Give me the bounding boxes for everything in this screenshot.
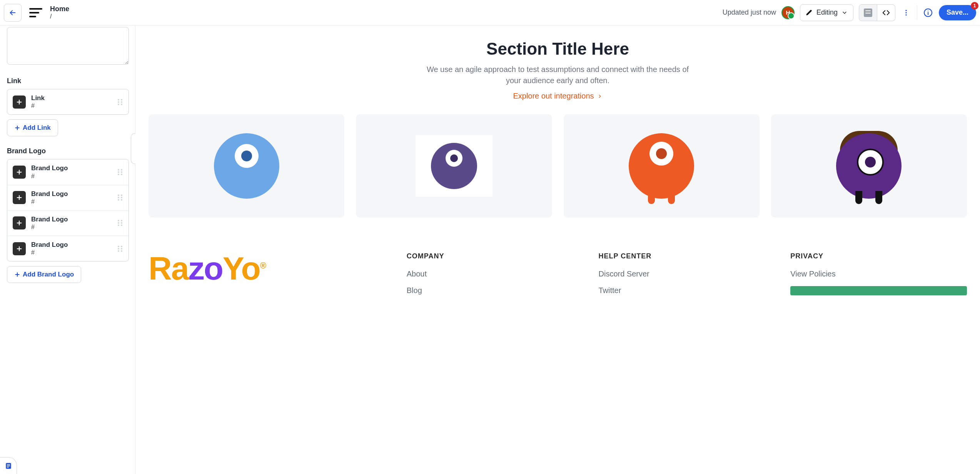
page-title: Home	[50, 5, 69, 13]
arrow-left-icon	[8, 8, 17, 17]
drag-handle-icon[interactable]	[117, 168, 123, 176]
svg-point-0	[905, 10, 907, 11]
svg-point-9	[121, 101, 122, 103]
svg-point-7	[121, 99, 122, 100]
brand-card[interactable]	[149, 114, 344, 218]
note-icon	[5, 462, 12, 470]
plus-icon	[14, 271, 20, 278]
brand-card[interactable]	[771, 114, 967, 218]
footer-link[interactable]: Twitter	[599, 286, 775, 295]
footer-cta-button[interactable]	[790, 286, 967, 295]
footer-link[interactable]: Blog	[407, 286, 583, 295]
drag-handle-icon[interactable]	[117, 194, 123, 201]
svg-point-14	[118, 171, 119, 173]
svg-rect-37	[7, 464, 10, 465]
save-status: Updated just now	[723, 8, 776, 17]
site-footer: RazoYo® COMPANY About Blog HELP CENTER D…	[149, 252, 967, 303]
footer-link[interactable]: View Policies	[790, 270, 967, 278]
hero-subtitle: We use an agile approach to test assumpt…	[423, 64, 693, 86]
footer-col-help: HELP CENTER Discord Server Twitter	[599, 252, 775, 303]
code-icon	[882, 8, 890, 17]
svg-point-19	[121, 194, 122, 196]
breadcrumb: Home /	[50, 5, 69, 20]
footer-link[interactable]: Discord Server	[599, 270, 775, 278]
description-textarea[interactable]	[7, 27, 129, 65]
link-item[interactable]: Link #	[7, 89, 129, 114]
view-switcher	[859, 4, 895, 21]
chevron-right-icon	[597, 94, 603, 99]
back-button[interactable]	[4, 4, 22, 22]
brand-logo-item[interactable]: Brand Logo#	[7, 159, 129, 184]
svg-point-12	[118, 169, 119, 171]
info-button[interactable]	[923, 7, 933, 18]
save-button[interactable]: Save...	[939, 5, 976, 20]
mascot-image	[214, 133, 279, 199]
properties-sidebar: Link Link #	[0, 25, 135, 474]
svg-point-24	[118, 220, 119, 221]
svg-point-23	[121, 199, 122, 201]
svg-point-1	[905, 12, 907, 13]
hero-cta-link[interactable]: Explore out integrations	[513, 92, 602, 100]
svg-point-33	[121, 248, 122, 250]
svg-point-15	[121, 171, 122, 173]
svg-point-27	[121, 222, 122, 224]
divider	[917, 5, 917, 20]
svg-point-29	[121, 224, 122, 226]
svg-point-22	[118, 199, 119, 201]
avatar[interactable]: H	[781, 6, 795, 19]
svg-point-8	[118, 101, 119, 103]
brand-card[interactable]	[564, 114, 760, 218]
footer-link[interactable]: About	[407, 270, 583, 278]
svg-rect-38	[7, 466, 10, 466]
pencil-icon	[806, 9, 813, 16]
link-section-label: Link	[7, 77, 129, 85]
mascot-image	[431, 143, 477, 189]
svg-rect-39	[7, 467, 8, 467]
link-list: Link #	[7, 89, 129, 115]
mascot-image	[836, 133, 902, 199]
more-menu[interactable]	[901, 7, 912, 18]
preview-layout-button[interactable]	[859, 4, 877, 21]
footer-col-privacy: PRIVACY View Policies	[790, 252, 967, 295]
footer-col-company: COMPANY About Blog	[407, 252, 583, 303]
mode-selector[interactable]: Editing	[800, 4, 853, 21]
canvas[interactable]: Section Title Here We use an agile appro…	[135, 25, 980, 474]
topbar: Home / Updated just now H Editing Sav	[0, 0, 980, 25]
plus-icon	[14, 125, 20, 131]
svg-point-31	[121, 246, 122, 247]
drag-handle-icon[interactable]	[117, 219, 123, 227]
drag-handle-icon[interactable]	[117, 98, 123, 106]
save-badge: 1	[971, 2, 978, 10]
svg-point-17	[121, 174, 122, 175]
svg-point-26	[118, 222, 119, 224]
brand-cards-row	[149, 114, 967, 218]
info-icon	[923, 8, 933, 17]
svg-point-32	[118, 248, 119, 250]
add-brand-logo-button[interactable]: Add Brand Logo	[7, 266, 81, 283]
more-vertical-icon	[902, 9, 910, 17]
footer-logo: RazoYo®	[149, 252, 391, 285]
svg-point-6	[118, 99, 119, 100]
drag-handle-icon[interactable]	[117, 245, 123, 253]
notes-tab[interactable]	[0, 457, 17, 474]
svg-point-35	[121, 250, 122, 252]
menu-toggle[interactable]	[27, 6, 45, 20]
sidebar-collapse-handle[interactable]	[131, 133, 135, 164]
svg-point-18	[118, 194, 119, 196]
svg-point-30	[118, 246, 119, 247]
layout-icon	[864, 8, 872, 17]
expand-icon	[13, 95, 26, 109]
svg-point-21	[121, 197, 122, 198]
svg-point-10	[118, 104, 119, 105]
svg-point-28	[118, 224, 119, 226]
code-view-button[interactable]	[877, 4, 895, 21]
svg-point-2	[905, 14, 907, 15]
add-link-button[interactable]: Add Link	[7, 119, 58, 136]
brand-logo-item[interactable]: Brand Logo#	[7, 236, 129, 261]
brand-logo-item[interactable]: Brand Logo#	[7, 210, 129, 236]
svg-point-34	[118, 250, 119, 252]
brand-card[interactable]	[356, 114, 552, 218]
svg-point-20	[118, 197, 119, 198]
brand-logo-item[interactable]: Brand Logo#	[7, 185, 129, 210]
brand-logo-list: Brand Logo# Brand Logo# Brand Logo# Bran…	[7, 159, 129, 261]
